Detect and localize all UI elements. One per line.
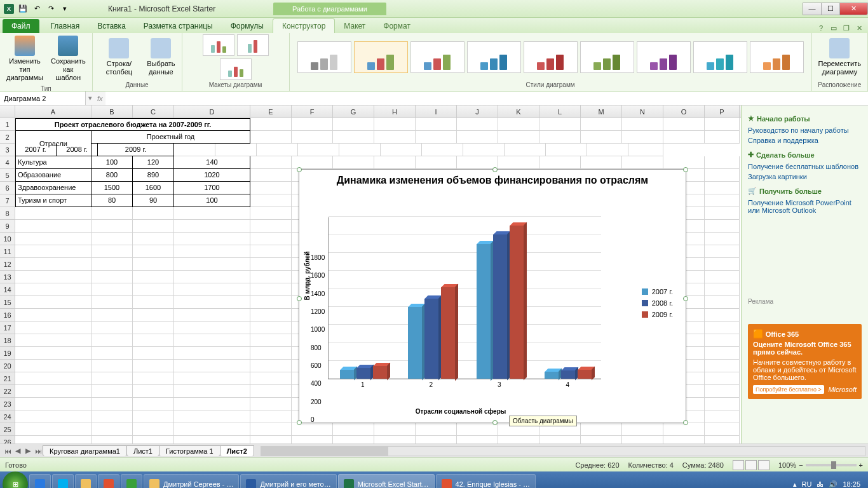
cell[interactable] bbox=[250, 131, 292, 144]
cell[interactable]: Туризм и спорт bbox=[15, 194, 92, 207]
view-page-layout-button[interactable] bbox=[745, 460, 757, 470]
cell[interactable] bbox=[463, 144, 505, 156]
save-as-template-button[interactable]: Сохранить как шаблон bbox=[48, 34, 88, 84]
cell[interactable] bbox=[381, 144, 422, 156]
chart-plot-area[interactable]: 1234 bbox=[328, 217, 601, 379]
legend-item[interactable]: 2009 г. bbox=[642, 311, 673, 318]
ad-banner[interactable]: 🟧 Office 365 Оцените Microsoft Office 36… bbox=[748, 324, 862, 399]
cell[interactable]: 890 bbox=[133, 169, 174, 182]
cell[interactable] bbox=[374, 118, 416, 131]
chart-style-thumb[interactable] bbox=[297, 41, 351, 73]
legend-item[interactable]: 2008 г. bbox=[642, 299, 673, 307]
cell[interactable] bbox=[133, 410, 174, 423]
cell[interactable] bbox=[705, 347, 740, 360]
tab-file[interactable]: Файл bbox=[3, 19, 39, 33]
cell[interactable] bbox=[622, 436, 663, 444]
column-header[interactable]: P bbox=[705, 105, 740, 118]
resize-handle[interactable] bbox=[297, 420, 302, 425]
cell[interactable] bbox=[174, 347, 250, 360]
cell[interactable] bbox=[581, 436, 622, 444]
cell[interactable] bbox=[250, 182, 292, 194]
cell[interactable] bbox=[92, 309, 133, 322]
cell[interactable] bbox=[250, 360, 292, 372]
chart-title[interactable]: Динамика изменения объемов финансировани… bbox=[299, 170, 686, 191]
column-header[interactable]: K bbox=[498, 105, 539, 118]
cell[interactable] bbox=[92, 372, 133, 385]
resize-handle[interactable] bbox=[297, 167, 302, 172]
cell[interactable] bbox=[705, 360, 740, 372]
chart-bar[interactable] bbox=[356, 368, 370, 379]
cell[interactable] bbox=[457, 131, 498, 144]
cell[interactable] bbox=[174, 144, 215, 156]
cell[interactable] bbox=[92, 283, 133, 296]
start-button[interactable]: ⊞ bbox=[3, 471, 28, 488]
chart-layout-thumb[interactable] bbox=[203, 34, 234, 56]
row-header[interactable]: 18 bbox=[0, 334, 15, 347]
sheet-tab[interactable]: Круговая диаграмма1 bbox=[43, 445, 127, 456]
chart-style-thumb[interactable] bbox=[750, 41, 804, 73]
cell[interactable]: Проект отраслевого бюджета на 2007-2009 … bbox=[15, 118, 250, 131]
cell[interactable] bbox=[416, 118, 457, 131]
cell[interactable] bbox=[498, 131, 539, 144]
cell[interactable] bbox=[422, 144, 463, 156]
cell[interactable] bbox=[250, 118, 292, 131]
cell[interactable] bbox=[15, 283, 92, 296]
row-header[interactable]: 20 bbox=[0, 360, 15, 372]
cell[interactable] bbox=[133, 220, 174, 233]
row-header[interactable]: 19 bbox=[0, 347, 15, 360]
cell[interactable] bbox=[333, 131, 374, 144]
chart-bar[interactable] bbox=[477, 244, 491, 379]
link-office[interactable]: Получение Microsoft PowerPoint или Micro… bbox=[748, 198, 862, 215]
cell[interactable] bbox=[92, 296, 133, 309]
cell[interactable] bbox=[333, 156, 374, 169]
tray-clock[interactable]: 18:25 bbox=[843, 480, 860, 488]
chart-style-thumb[interactable] bbox=[637, 41, 691, 73]
cell[interactable] bbox=[457, 423, 498, 436]
help-icon[interactable]: ? bbox=[816, 23, 826, 33]
tray-network-icon[interactable]: 🖧 bbox=[817, 480, 824, 488]
pinned-dropbox-icon[interactable] bbox=[29, 474, 51, 488]
ribbon-minimize-icon[interactable]: ▭ bbox=[829, 23, 839, 33]
cell[interactable]: 80 bbox=[92, 194, 133, 207]
formula-input[interactable] bbox=[105, 92, 868, 105]
column-header[interactable]: D bbox=[174, 105, 250, 118]
cell[interactable] bbox=[250, 334, 292, 347]
chart-x-axis-label[interactable]: Отрасли социальной сферы bbox=[299, 408, 622, 415]
row-header[interactable]: 15 bbox=[0, 296, 15, 309]
cell[interactable] bbox=[250, 322, 292, 334]
cell[interactable] bbox=[250, 258, 292, 271]
cell[interactable] bbox=[174, 271, 250, 283]
cell[interactable] bbox=[174, 283, 250, 296]
link-guide[interactable]: Руководство по началу работы bbox=[748, 125, 862, 135]
chart-bar[interactable] bbox=[424, 299, 438, 379]
redo-icon[interactable]: ↷ bbox=[44, 3, 57, 15]
cell[interactable] bbox=[622, 156, 663, 169]
cell[interactable] bbox=[663, 131, 705, 144]
cell[interactable] bbox=[174, 360, 250, 372]
cell[interactable] bbox=[705, 385, 740, 398]
cell[interactable] bbox=[705, 169, 740, 182]
cell[interactable] bbox=[705, 131, 740, 144]
cell[interactable] bbox=[250, 283, 292, 296]
cell[interactable] bbox=[457, 156, 498, 169]
column-header[interactable]: E bbox=[250, 105, 292, 118]
cell[interactable] bbox=[250, 169, 292, 182]
column-header[interactable]: N bbox=[622, 105, 663, 118]
cell[interactable] bbox=[416, 156, 457, 169]
save-icon[interactable]: 💾 bbox=[17, 3, 29, 15]
cell[interactable] bbox=[92, 322, 133, 334]
row-header[interactable]: 14 bbox=[0, 283, 15, 296]
tab-page-layout[interactable]: Разметка страницы bbox=[135, 19, 222, 33]
cell[interactable] bbox=[92, 398, 133, 410]
cell[interactable] bbox=[250, 372, 292, 385]
switch-row-column-button[interactable]: Строка/столбец bbox=[97, 37, 142, 78]
move-chart-button[interactable]: Переместить диаграмму bbox=[816, 37, 864, 78]
cell[interactable] bbox=[705, 309, 740, 322]
cell[interactable] bbox=[174, 423, 250, 436]
cell[interactable] bbox=[133, 347, 174, 360]
chart-style-thumb[interactable] bbox=[354, 41, 408, 73]
row-header[interactable]: 26 bbox=[0, 436, 15, 444]
tray-lang[interactable]: RU bbox=[802, 480, 812, 488]
cell[interactable] bbox=[133, 283, 174, 296]
cell[interactable] bbox=[705, 410, 740, 423]
